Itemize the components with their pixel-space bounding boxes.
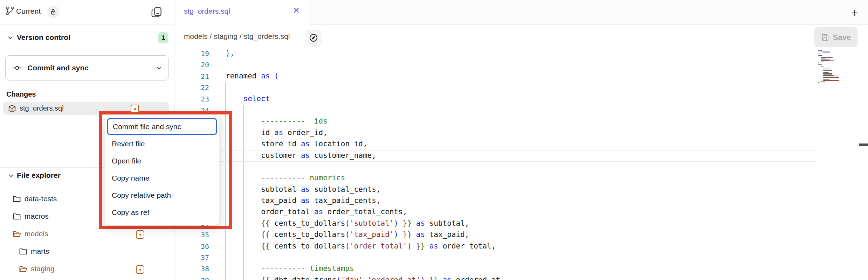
code-text: ---------- numerics	[226, 174, 345, 182]
file-tree-folder-marts[interactable]: marts	[0, 243, 174, 260]
code-line-39[interactable]: 39 {{ dbt.date_trunc('day','ordered_at')…	[174, 275, 859, 280]
code-text: {{ cents_to_dollars('tax_paid') }} as ta…	[226, 230, 469, 239]
commit-and-sync-button[interactable]: Commit and sync	[5, 55, 169, 80]
save-button[interactable]: Save	[814, 27, 857, 47]
minimap[interactable]	[818, 50, 857, 84]
code-text: ),	[226, 49, 234, 57]
code-line-37[interactable]: 37	[174, 252, 859, 264]
commit-and-sync-main[interactable]: Commit and sync	[6, 56, 154, 80]
code-line-32[interactable]: 32 tax_paid as tax_paid_cents,	[174, 196, 859, 207]
code-line-24[interactable]: 24	[174, 105, 859, 116]
version-control-chevron-icon[interactable]	[7, 34, 14, 41]
version-control-title[interactable]: Version control	[17, 33, 70, 42]
line-number: 23	[174, 95, 209, 103]
menu-item-open-file[interactable]: Open file	[107, 152, 217, 169]
code-line-38[interactable]: 38 ---------- timestamps	[174, 264, 859, 275]
code-line-20[interactable]: 20	[174, 59, 859, 71]
file-tree-folder-staging[interactable]: staging	[0, 260, 174, 278]
code-line-36[interactable]: 36 {{ cents_to_dollars('order_total') }}…	[174, 241, 859, 252]
folder-open-icon	[19, 265, 27, 273]
line-number: 20	[174, 61, 209, 69]
file-explorer-title[interactable]: File explorer	[17, 171, 61, 180]
folder-closed-icon	[19, 247, 27, 255]
editor-right-divider	[859, 24, 859, 280]
folder-open-icon	[13, 230, 21, 238]
code-editor[interactable]: 19),2021renamed as (2223 select2425 ----…	[174, 49, 859, 280]
changes-heading: Changes	[6, 90, 36, 98]
code-text: store_id as location_id,	[226, 140, 367, 148]
copy-branch-button[interactable]	[147, 5, 167, 19]
git-branch-icon	[6, 6, 14, 16]
code-text: select	[226, 94, 270, 103]
menu-item-copy-as-ref[interactable]: Copy as ref	[107, 204, 217, 221]
line-number: 38	[174, 265, 209, 273]
menu-item-revert-file[interactable]: Revert file	[107, 135, 217, 152]
line-number: 22	[174, 83, 209, 92]
tab-stg-orders[interactable]: stg_orders.sql ✕	[174, 0, 309, 24]
line-number: 24	[174, 106, 209, 114]
context-menu: Commit file and syncRevert fileOpen file…	[104, 115, 220, 225]
modified-dot-badge	[136, 230, 144, 239]
line-number: 37	[174, 253, 209, 262]
code-line-29[interactable]: 29	[174, 162, 859, 173]
code-text: tax_paid as tax_paid_cents,	[226, 196, 381, 205]
copy-icon	[151, 6, 163, 19]
menu-item-copy-name[interactable]: Copy name	[107, 169, 217, 187]
code-text: id as order_id,	[226, 128, 328, 137]
code-line-31[interactable]: 31 subtotal as subtotal_cents,	[174, 184, 859, 196]
code-line-27[interactable]: 27 store_id as location_id,	[174, 139, 859, 150]
dbt-ide-window: Current Version control 1	[0, 0, 868, 280]
tab-close-icon[interactable]: ✕	[293, 6, 300, 15]
code-line-19[interactable]: 19),	[174, 48, 859, 59]
code-line-33[interactable]: 33 order_total as order_total_cents,	[174, 207, 859, 218]
code-line-28[interactable]: 28 customer as customer_name,	[174, 150, 859, 162]
code-text: ---------- ids	[226, 117, 328, 125]
git-commit-icon	[12, 63, 22, 72]
code-line-34[interactable]: 34 {{ cents_to_dollars('subtotal') }} as…	[174, 218, 859, 230]
scroll-position-marker	[859, 144, 868, 146]
code-line-23[interactable]: 23 select	[174, 94, 859, 105]
code-text: order_total as order_total_cents,	[226, 208, 407, 216]
folder-name: data-tests	[25, 195, 57, 203]
new-tab-button[interactable]: +	[847, 6, 862, 20]
commit-and-sync-label: Commit and sync	[27, 64, 89, 72]
code-text: {{ cents_to_dollars('subtotal') }} as su…	[226, 219, 469, 227]
breadcrumb-bar: models / staging / stg_orders.sql Save	[174, 24, 868, 49]
modified-dot-badge	[131, 105, 139, 113]
code-text: subtotal as subtotal_cents,	[226, 185, 381, 194]
code-line-25[interactable]: 25 ---------- ids	[174, 116, 859, 127]
compass-icon	[309, 33, 318, 43]
code-text: {{ dbt.date_trunc('day','ordered_at') }}…	[226, 276, 500, 280]
branch-lock-badge	[47, 6, 60, 18]
code-line-22[interactable]: 22	[174, 82, 859, 93]
menu-item-commit-file-and-sync[interactable]: Commit file and sync	[107, 118, 217, 135]
changed-file-name: stg_orders.sql	[20, 104, 64, 112]
breadcrumb: models / staging / stg_orders.sql	[184, 32, 290, 41]
line-number: 19	[174, 49, 209, 58]
code-line-21[interactable]: 21renamed as (	[174, 71, 859, 82]
modified-dot-badge	[136, 265, 144, 274]
line-number: 36	[174, 242, 209, 251]
code-line-30[interactable]: 30 ---------- numerics	[174, 173, 859, 184]
code-text: {{ cents_to_dollars('order_total') }} as…	[226, 242, 496, 250]
file-tree-folder-models[interactable]: models	[0, 225, 174, 243]
folder-closed-icon	[13, 212, 21, 220]
menu-item-copy-relative-path[interactable]: Copy relative path	[107, 187, 217, 204]
code-text: ---------- timestamps	[226, 264, 354, 273]
branch-name[interactable]: Current	[16, 7, 41, 15]
line-number: 35	[174, 231, 209, 239]
code-line-26[interactable]: 26 id as order_id,	[174, 128, 859, 139]
code-text: renamed as (	[226, 72, 279, 80]
code-lines: 19),2021renamed as (2223 select2425 ----…	[174, 48, 859, 280]
folder-name: staging	[31, 265, 55, 273]
save-label: Save	[833, 33, 851, 42]
commit-options-dropdown[interactable]	[149, 56, 168, 80]
branch-bar: Current	[0, 0, 174, 25]
changed-file-row[interactable]: stg_orders.sql	[3, 102, 169, 115]
changes-count-badge: 1	[158, 32, 168, 43]
folder-closed-icon	[13, 195, 21, 203]
lineage-button[interactable]	[305, 30, 322, 46]
code-line-35[interactable]: 35 {{ cents_to_dollars('tax_paid') }} as…	[174, 230, 859, 241]
folder-name: macros	[25, 212, 49, 220]
file-explorer-chevron-icon[interactable]	[8, 172, 14, 179]
